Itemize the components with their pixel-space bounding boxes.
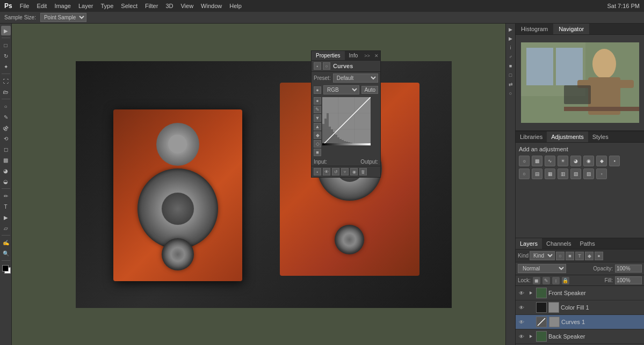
curves-tool-5[interactable]: ◆ <box>314 131 321 139</box>
curves-bottom-icon-1[interactable]: ▪ <box>314 168 321 175</box>
layer-item-front-speaker[interactable]: 👁 Front Speaker <box>516 286 644 300</box>
lock-transparency-icon[interactable]: ◼ <box>533 277 540 284</box>
curves-tool-3[interactable]: ▼ <box>314 114 321 122</box>
layer-expand-front-speaker[interactable] <box>527 289 534 297</box>
curves-graph[interactable] <box>322 97 371 145</box>
layers-tb-icon-2[interactable]: ■ <box>566 252 574 260</box>
blur-tool[interactable]: ◕ <box>1 166 11 175</box>
magic-wand-tool[interactable]: ✦ <box>1 62 11 71</box>
menu-edit[interactable]: Edit <box>33 2 50 10</box>
layers-tb-icon-1[interactable]: ○ <box>556 252 565 260</box>
gradient-tool[interactable]: ▩ <box>1 155 11 165</box>
curves-bottom-icon-3[interactable]: ↺ <box>332 168 339 175</box>
eyedropper-tool[interactable]: 🗁 <box>1 87 11 97</box>
pen-tool[interactable]: ✏ <box>1 191 11 201</box>
properties-tab[interactable]: Properties <box>312 51 345 60</box>
fill-input[interactable] <box>615 276 642 284</box>
layers-tb-icon-3[interactable]: T <box>575 252 584 260</box>
layer-item-curves[interactable]: 👁 Curves 1 <box>516 315 644 329</box>
layer-expand-back-speaker[interactable] <box>527 333 534 340</box>
foreground-color-swatch[interactable] <box>2 265 9 271</box>
adj-icon-channel[interactable]: ▤ <box>532 168 542 179</box>
lock-position-icon[interactable]: ↕ <box>552 277 560 284</box>
adj-icon-levels[interactable]: ▩ <box>532 156 542 166</box>
lasso-tool[interactable]: ↻ <box>1 51 11 61</box>
layers-tb-icon-4[interactable]: ◆ <box>585 252 594 260</box>
right-icon-2[interactable]: ▶ <box>507 35 515 42</box>
layer-visibility-curves[interactable]: 👁 <box>518 318 525 326</box>
crop-tool[interactable]: ⛶ <box>1 76 11 86</box>
adjustments-tab[interactable]: Adjustments <box>547 131 588 142</box>
blend-mode-select[interactable]: Normal <box>518 264 566 273</box>
lock-all-icon[interactable]: 🔒 <box>562 277 569 284</box>
curves-tool-2[interactable]: ✎ <box>314 106 321 113</box>
channel-select[interactable]: RGB <box>323 85 359 94</box>
menu-image[interactable]: Image <box>51 2 74 10</box>
menu-help[interactable]: Help <box>226 2 245 10</box>
zoom-tool[interactable]: 🔍 <box>1 248 11 258</box>
adj-icon-brightness[interactable]: ☼ <box>519 156 530 166</box>
menu-file[interactable]: File <box>17 2 33 10</box>
channels-tab[interactable]: Channels <box>542 238 575 249</box>
opacity-input[interactable] <box>615 265 642 273</box>
right-icon-8[interactable]: ○ <box>507 90 515 97</box>
menu-window[interactable]: Window <box>198 2 225 10</box>
menu-select[interactable]: Select <box>118 2 141 10</box>
paths-tab[interactable]: Paths <box>576 238 599 249</box>
adj-icon-bw[interactable]: ▪ <box>609 156 620 166</box>
layer-visibility-color-fill[interactable]: 👁 <box>518 304 525 311</box>
brush-tool[interactable]: ✎ <box>1 112 11 122</box>
menu-filter[interactable]: Filter <box>142 2 161 10</box>
foreground-background-color[interactable] <box>1 264 11 274</box>
curves-bottom-icon-2[interactable]: 👁 <box>323 168 330 175</box>
right-icon-6[interactable]: □ <box>507 71 515 79</box>
sample-size-select[interactable]: Point Sample <box>40 13 86 22</box>
healing-tool[interactable]: ○ <box>1 101 11 111</box>
panel-menu-icon[interactable]: >> <box>362 53 372 58</box>
adj-icon-vibrance[interactable]: ◕ <box>570 156 581 166</box>
clone-stamp-tool[interactable]: ⚣ <box>1 123 11 133</box>
adj-icon-threshold[interactable]: ▧ <box>570 168 581 179</box>
curves-header-icon-1[interactable]: ▪ <box>314 62 321 70</box>
libraries-tab[interactable]: Libraries <box>516 131 547 142</box>
curves-tool-7[interactable]: ■ <box>314 149 321 156</box>
layers-tab[interactable]: Layers <box>516 238 542 249</box>
panel-close-icon[interactable]: ✕ <box>372 53 381 58</box>
auto-button[interactable]: Auto <box>361 86 378 94</box>
info-tab[interactable]: Info <box>345 51 363 60</box>
right-icon-7[interactable]: ⇄ <box>507 80 515 88</box>
adj-icon-invert[interactable]: ▦ <box>545 168 555 179</box>
curves-bottom-icon-4[interactable]: ▿ <box>341 168 349 175</box>
layer-visibility-front-speaker[interactable]: 👁 <box>518 289 525 297</box>
text-tool[interactable]: T <box>1 202 11 211</box>
adj-icon-exposure[interactable]: ☀ <box>558 156 568 166</box>
styles-tab[interactable]: Styles <box>588 131 613 142</box>
menu-layer[interactable]: Layer <box>75 2 97 10</box>
hand-tool[interactable]: ✍ <box>1 238 11 247</box>
adj-icon-posterize[interactable]: ▥ <box>558 168 568 179</box>
right-icon-4[interactable]: ♂ <box>507 53 515 61</box>
move-tool[interactable]: ▶ <box>1 26 11 35</box>
preset-select[interactable]: Default <box>333 74 378 83</box>
layers-tb-icon-5[interactable]: ● <box>595 252 603 260</box>
marquee-tool[interactable]: □ <box>1 40 11 50</box>
right-icon-3[interactable]: i <box>507 44 515 52</box>
menu-view[interactable]: View <box>177 2 197 10</box>
menu-3d[interactable]: 3D <box>162 2 176 10</box>
shape-tool[interactable]: ▱ <box>1 223 11 233</box>
adj-icon-gradient-map[interactable]: ▨ <box>583 168 594 179</box>
curves-point-tool[interactable]: ● <box>314 86 321 94</box>
curves-header-icon-2[interactable]: ○ <box>323 62 330 70</box>
history-brush-tool[interactable]: ⟲ <box>1 134 11 143</box>
adj-icon-photofilter[interactable]: ○ <box>519 168 530 179</box>
path-select-tool[interactable]: ▶ <box>1 212 11 222</box>
adj-icon-selective[interactable]: ▫ <box>596 168 607 179</box>
lock-pixels-icon[interactable]: ✎ <box>542 277 550 284</box>
right-icon-1[interactable]: ▶ <box>507 26 515 33</box>
adj-icon-colorbalance[interactable]: ◆ <box>596 156 607 166</box>
curves-tool-4[interactable]: ▲ <box>314 123 321 130</box>
curves-tool-1[interactable]: ● <box>314 97 321 105</box>
menu-type[interactable]: Type <box>98 2 117 10</box>
adj-icon-hsl[interactable]: ◉ <box>583 156 594 166</box>
navigator-tab[interactable]: Navigator <box>553 24 589 34</box>
